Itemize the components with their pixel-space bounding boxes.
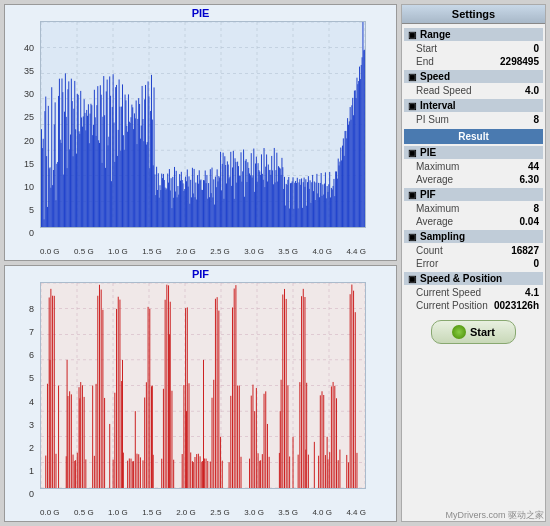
range-end-row: End 2298495 xyxy=(404,55,543,68)
pif-y-label: 3 xyxy=(29,420,34,430)
pie-chart-title: PIE xyxy=(5,5,396,19)
pie-x-label: 0.5 G xyxy=(74,247,94,256)
pif-x-label: 1.0 G xyxy=(108,508,128,517)
pif-y-label: 8 xyxy=(29,304,34,314)
current-speed-row: Current Speed 4.1 xyxy=(404,286,543,299)
pif-x-label: 0.5 G xyxy=(74,508,94,517)
sampling-count-row: Count 16827 xyxy=(404,244,543,257)
pie-y-label: 0 xyxy=(29,228,34,238)
speed-pos-collapse-icon: ▣ xyxy=(408,274,417,284)
current-position-label: Current Position xyxy=(416,300,488,311)
interval-label: Interval xyxy=(420,100,456,111)
pie-y-label: 10 xyxy=(24,182,34,192)
pie-y-label: 15 xyxy=(24,159,34,169)
pie-x-label: 2.0 G xyxy=(176,247,196,256)
pif-x-label: 2.5 G xyxy=(210,508,230,517)
pif-max-value: 8 xyxy=(533,203,539,214)
pif-settings-label: PIF xyxy=(420,189,436,200)
pif-max-row: Maximum 8 xyxy=(404,202,543,215)
pif-canvas xyxy=(41,283,365,488)
start-btn-icon xyxy=(452,325,466,339)
sampling-count-label: Count xyxy=(416,245,443,256)
pie-y-label: 20 xyxy=(24,136,34,146)
sampling-error-value: 0 xyxy=(533,258,539,269)
current-position-row: Current Position 0023126h xyxy=(404,299,543,312)
sampling-error-row: Error 0 xyxy=(404,257,543,270)
pie-avg-label: Average xyxy=(416,174,453,185)
pif-y-label: 1 xyxy=(29,466,34,476)
range-start-label: Start xyxy=(416,43,437,54)
pif-x-label: 1.5 G xyxy=(142,508,162,517)
pif-x-label: 2.0 G xyxy=(176,508,196,517)
start-btn-container: Start xyxy=(404,312,543,352)
sampling-error-label: Error xyxy=(416,258,438,269)
speed-section-header[interactable]: ▣ Speed xyxy=(404,70,543,83)
pie-y-label: 30 xyxy=(24,89,34,99)
pie-x-label: 1.5 G xyxy=(142,247,162,256)
pie-x-label: 3.0 G xyxy=(244,247,264,256)
main-container: PIE 4035302520151050 0.0 G0.5 G1.0 G1.5 … xyxy=(0,0,550,526)
range-start-row: Start 0 xyxy=(404,42,543,55)
pie-section-header[interactable]: ▣ PIE xyxy=(404,146,543,159)
range-end-value: 2298495 xyxy=(500,56,539,67)
charts-panel: PIE 4035302520151050 0.0 G0.5 G1.0 G1.5 … xyxy=(4,4,397,522)
current-position-value: 0023126h xyxy=(494,300,539,311)
speed-position-label: Speed & Position xyxy=(420,273,502,284)
pie-chart-area xyxy=(40,21,366,228)
pi-sum-label: PI Sum xyxy=(416,114,449,125)
interval-collapse-icon: ▣ xyxy=(408,101,417,111)
pie-x-axis: 0.0 G0.5 G1.0 G1.5 G2.0 G2.5 G3.0 G3.5 G… xyxy=(40,247,366,256)
speed-position-section-header[interactable]: ▣ Speed & Position xyxy=(404,272,543,285)
pie-x-label: 2.5 G xyxy=(210,247,230,256)
pif-y-label: 5 xyxy=(29,373,34,383)
pie-settings-label: PIE xyxy=(420,147,436,158)
pie-x-label: 1.0 G xyxy=(108,247,128,256)
pif-avg-label: Average xyxy=(416,216,453,227)
start-btn-label: Start xyxy=(470,326,495,338)
pie-y-axis: 4035302520151050 xyxy=(5,43,37,238)
pie-avg-row: Average 6.30 xyxy=(404,173,543,186)
sampling-count-value: 16827 xyxy=(511,245,539,256)
interval-section-header[interactable]: ▣ Interval xyxy=(404,99,543,112)
read-speed-row: Read Speed 4.0 xyxy=(404,84,543,97)
speed-collapse-icon: ▣ xyxy=(408,72,417,82)
pif-y-label: 2 xyxy=(29,443,34,453)
pif-avg-value: 0.04 xyxy=(520,216,539,227)
current-speed-value: 4.1 xyxy=(525,287,539,298)
range-collapse-icon: ▣ xyxy=(408,30,417,40)
pie-collapse-icon: ▣ xyxy=(408,148,417,158)
range-section-header[interactable]: ▣ Range xyxy=(404,28,543,41)
pif-avg-row: Average 0.04 xyxy=(404,215,543,228)
pie-x-label: 4.4 G xyxy=(346,247,366,256)
pif-chart-title: PIF xyxy=(5,266,396,280)
pie-max-label: Maximum xyxy=(416,161,459,172)
pif-x-label: 3.0 G xyxy=(244,508,264,517)
current-speed-label: Current Speed xyxy=(416,287,481,298)
pie-y-label: 5 xyxy=(29,205,34,215)
pie-y-label: 25 xyxy=(24,112,34,122)
sampling-label: Sampling xyxy=(420,231,465,242)
pif-x-label: 4.4 G xyxy=(346,508,366,517)
read-speed-value: 4.0 xyxy=(525,85,539,96)
range-label: Range xyxy=(420,29,451,40)
sampling-collapse-icon: ▣ xyxy=(408,232,417,242)
pif-y-axis: 876543210 xyxy=(5,304,37,499)
settings-panel: Settings ▣ Range Start 0 End 2298495 ▣ S… xyxy=(401,4,546,522)
pie-x-label: 0.0 G xyxy=(40,247,60,256)
sampling-section-header[interactable]: ▣ Sampling xyxy=(404,230,543,243)
pif-x-label: 0.0 G xyxy=(40,508,60,517)
pie-avg-value: 6.30 xyxy=(520,174,539,185)
pif-y-label: 6 xyxy=(29,350,34,360)
pif-x-label: 4.0 G xyxy=(312,508,332,517)
pie-y-label: 40 xyxy=(24,43,34,53)
pif-section-header[interactable]: ▣ PIF xyxy=(404,188,543,201)
pif-x-label: 3.5 G xyxy=(278,508,298,517)
watermark: MyDrivers.com 驱动之家 xyxy=(446,509,545,522)
pie-x-label: 3.5 G xyxy=(278,247,298,256)
settings-body: ▣ Range Start 0 End 2298495 ▣ Speed Read… xyxy=(402,24,545,521)
start-button[interactable]: Start xyxy=(431,320,516,344)
range-start-value: 0 xyxy=(533,43,539,54)
pif-y-label: 4 xyxy=(29,397,34,407)
pif-chart-area xyxy=(40,282,366,489)
pif-max-label: Maximum xyxy=(416,203,459,214)
